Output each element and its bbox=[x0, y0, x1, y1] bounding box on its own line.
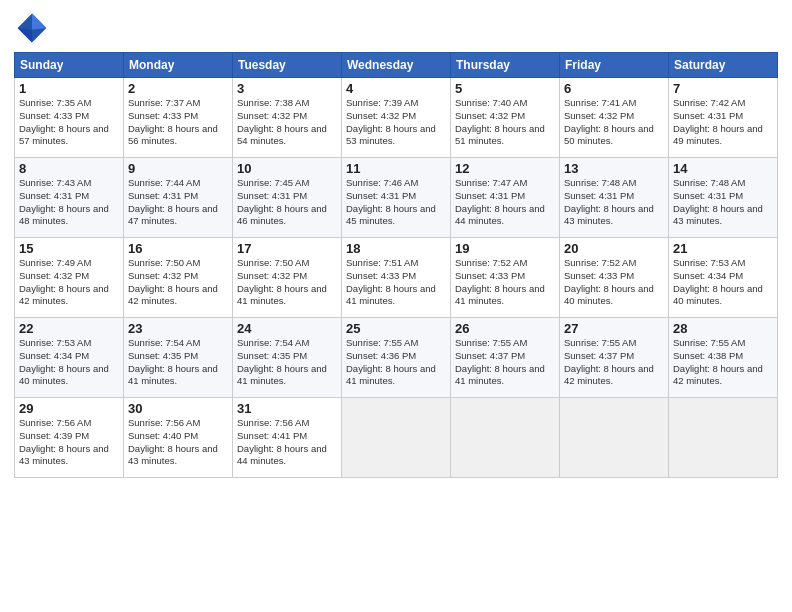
day-detail: Sunrise: 7:50 AM Sunset: 4:32 PM Dayligh… bbox=[237, 257, 337, 308]
calendar-cell: 22 Sunrise: 7:53 AM Sunset: 4:34 PM Dayl… bbox=[15, 318, 124, 398]
calendar-cell: 7 Sunrise: 7:42 AM Sunset: 4:31 PM Dayli… bbox=[669, 78, 778, 158]
calendar-cell: 5 Sunrise: 7:40 AM Sunset: 4:32 PM Dayli… bbox=[451, 78, 560, 158]
calendar-cell: 21 Sunrise: 7:53 AM Sunset: 4:34 PM Dayl… bbox=[669, 238, 778, 318]
day-detail: Sunrise: 7:50 AM Sunset: 4:32 PM Dayligh… bbox=[128, 257, 228, 308]
day-number: 17 bbox=[237, 241, 337, 256]
day-detail: Sunrise: 7:43 AM Sunset: 4:31 PM Dayligh… bbox=[19, 177, 119, 228]
calendar-cell: 15 Sunrise: 7:49 AM Sunset: 4:32 PM Dayl… bbox=[15, 238, 124, 318]
day-number: 3 bbox=[237, 81, 337, 96]
svg-marker-1 bbox=[32, 14, 46, 30]
calendar-cell bbox=[451, 398, 560, 478]
day-detail: Sunrise: 7:56 AM Sunset: 4:39 PM Dayligh… bbox=[19, 417, 119, 468]
calendar-cell: 20 Sunrise: 7:52 AM Sunset: 4:33 PM Dayl… bbox=[560, 238, 669, 318]
calendar-cell: 13 Sunrise: 7:48 AM Sunset: 4:31 PM Dayl… bbox=[560, 158, 669, 238]
day-detail: Sunrise: 7:35 AM Sunset: 4:33 PM Dayligh… bbox=[19, 97, 119, 148]
calendar-cell: 26 Sunrise: 7:55 AM Sunset: 4:37 PM Dayl… bbox=[451, 318, 560, 398]
day-detail: Sunrise: 7:40 AM Sunset: 4:32 PM Dayligh… bbox=[455, 97, 555, 148]
day-number: 1 bbox=[19, 81, 119, 96]
calendar-cell: 14 Sunrise: 7:48 AM Sunset: 4:31 PM Dayl… bbox=[669, 158, 778, 238]
day-detail: Sunrise: 7:48 AM Sunset: 4:31 PM Dayligh… bbox=[564, 177, 664, 228]
calendar-week-row: 8 Sunrise: 7:43 AM Sunset: 4:31 PM Dayli… bbox=[15, 158, 778, 238]
day-number: 4 bbox=[346, 81, 446, 96]
day-number: 16 bbox=[128, 241, 228, 256]
day-detail: Sunrise: 7:55 AM Sunset: 4:37 PM Dayligh… bbox=[455, 337, 555, 388]
calendar-week-row: 22 Sunrise: 7:53 AM Sunset: 4:34 PM Dayl… bbox=[15, 318, 778, 398]
calendar-cell bbox=[560, 398, 669, 478]
calendar-cell: 28 Sunrise: 7:55 AM Sunset: 4:38 PM Dayl… bbox=[669, 318, 778, 398]
logo bbox=[14, 10, 54, 46]
day-detail: Sunrise: 7:51 AM Sunset: 4:33 PM Dayligh… bbox=[346, 257, 446, 308]
calendar-cell: 18 Sunrise: 7:51 AM Sunset: 4:33 PM Dayl… bbox=[342, 238, 451, 318]
calendar-table: SundayMondayTuesdayWednesdayThursdayFrid… bbox=[14, 52, 778, 478]
day-number: 2 bbox=[128, 81, 228, 96]
calendar-cell: 25 Sunrise: 7:55 AM Sunset: 4:36 PM Dayl… bbox=[342, 318, 451, 398]
calendar-cell: 9 Sunrise: 7:44 AM Sunset: 4:31 PM Dayli… bbox=[124, 158, 233, 238]
weekday-header-sunday: Sunday bbox=[15, 53, 124, 78]
calendar-cell bbox=[342, 398, 451, 478]
day-number: 19 bbox=[455, 241, 555, 256]
weekday-header-monday: Monday bbox=[124, 53, 233, 78]
calendar-cell: 31 Sunrise: 7:56 AM Sunset: 4:41 PM Dayl… bbox=[233, 398, 342, 478]
calendar-cell: 10 Sunrise: 7:45 AM Sunset: 4:31 PM Dayl… bbox=[233, 158, 342, 238]
day-number: 8 bbox=[19, 161, 119, 176]
day-number: 27 bbox=[564, 321, 664, 336]
day-number: 13 bbox=[564, 161, 664, 176]
calendar-cell: 23 Sunrise: 7:54 AM Sunset: 4:35 PM Dayl… bbox=[124, 318, 233, 398]
calendar-cell: 2 Sunrise: 7:37 AM Sunset: 4:33 PM Dayli… bbox=[124, 78, 233, 158]
calendar-cell: 11 Sunrise: 7:46 AM Sunset: 4:31 PM Dayl… bbox=[342, 158, 451, 238]
day-detail: Sunrise: 7:45 AM Sunset: 4:31 PM Dayligh… bbox=[237, 177, 337, 228]
day-detail: Sunrise: 7:54 AM Sunset: 4:35 PM Dayligh… bbox=[128, 337, 228, 388]
day-number: 23 bbox=[128, 321, 228, 336]
calendar-week-row: 29 Sunrise: 7:56 AM Sunset: 4:39 PM Dayl… bbox=[15, 398, 778, 478]
svg-marker-2 bbox=[18, 28, 32, 42]
logo-icon bbox=[14, 10, 50, 46]
calendar-cell: 8 Sunrise: 7:43 AM Sunset: 4:31 PM Dayli… bbox=[15, 158, 124, 238]
calendar-cell: 12 Sunrise: 7:47 AM Sunset: 4:31 PM Dayl… bbox=[451, 158, 560, 238]
day-detail: Sunrise: 7:54 AM Sunset: 4:35 PM Dayligh… bbox=[237, 337, 337, 388]
day-detail: Sunrise: 7:52 AM Sunset: 4:33 PM Dayligh… bbox=[564, 257, 664, 308]
day-number: 10 bbox=[237, 161, 337, 176]
day-detail: Sunrise: 7:56 AM Sunset: 4:41 PM Dayligh… bbox=[237, 417, 337, 468]
weekday-header-tuesday: Tuesday bbox=[233, 53, 342, 78]
day-number: 18 bbox=[346, 241, 446, 256]
day-number: 25 bbox=[346, 321, 446, 336]
day-number: 31 bbox=[237, 401, 337, 416]
day-detail: Sunrise: 7:56 AM Sunset: 4:40 PM Dayligh… bbox=[128, 417, 228, 468]
day-number: 14 bbox=[673, 161, 773, 176]
day-number: 30 bbox=[128, 401, 228, 416]
day-detail: Sunrise: 7:55 AM Sunset: 4:37 PM Dayligh… bbox=[564, 337, 664, 388]
calendar-week-row: 15 Sunrise: 7:49 AM Sunset: 4:32 PM Dayl… bbox=[15, 238, 778, 318]
day-number: 28 bbox=[673, 321, 773, 336]
calendar-cell: 27 Sunrise: 7:55 AM Sunset: 4:37 PM Dayl… bbox=[560, 318, 669, 398]
calendar-week-row: 1 Sunrise: 7:35 AM Sunset: 4:33 PM Dayli… bbox=[15, 78, 778, 158]
day-number: 20 bbox=[564, 241, 664, 256]
day-number: 6 bbox=[564, 81, 664, 96]
calendar-page: SundayMondayTuesdayWednesdayThursdayFrid… bbox=[0, 0, 792, 612]
calendar-cell: 6 Sunrise: 7:41 AM Sunset: 4:32 PM Dayli… bbox=[560, 78, 669, 158]
day-detail: Sunrise: 7:55 AM Sunset: 4:36 PM Dayligh… bbox=[346, 337, 446, 388]
day-detail: Sunrise: 7:37 AM Sunset: 4:33 PM Dayligh… bbox=[128, 97, 228, 148]
calendar-cell: 30 Sunrise: 7:56 AM Sunset: 4:40 PM Dayl… bbox=[124, 398, 233, 478]
calendar-cell: 19 Sunrise: 7:52 AM Sunset: 4:33 PM Dayl… bbox=[451, 238, 560, 318]
weekday-header-wednesday: Wednesday bbox=[342, 53, 451, 78]
calendar-cell: 24 Sunrise: 7:54 AM Sunset: 4:35 PM Dayl… bbox=[233, 318, 342, 398]
day-detail: Sunrise: 7:41 AM Sunset: 4:32 PM Dayligh… bbox=[564, 97, 664, 148]
day-number: 9 bbox=[128, 161, 228, 176]
day-number: 24 bbox=[237, 321, 337, 336]
day-detail: Sunrise: 7:53 AM Sunset: 4:34 PM Dayligh… bbox=[19, 337, 119, 388]
day-number: 12 bbox=[455, 161, 555, 176]
day-number: 29 bbox=[19, 401, 119, 416]
day-number: 26 bbox=[455, 321, 555, 336]
weekday-header-row: SundayMondayTuesdayWednesdayThursdayFrid… bbox=[15, 53, 778, 78]
calendar-cell: 16 Sunrise: 7:50 AM Sunset: 4:32 PM Dayl… bbox=[124, 238, 233, 318]
day-number: 7 bbox=[673, 81, 773, 96]
calendar-cell: 1 Sunrise: 7:35 AM Sunset: 4:33 PM Dayli… bbox=[15, 78, 124, 158]
calendar-cell: 3 Sunrise: 7:38 AM Sunset: 4:32 PM Dayli… bbox=[233, 78, 342, 158]
day-number: 5 bbox=[455, 81, 555, 96]
day-detail: Sunrise: 7:38 AM Sunset: 4:32 PM Dayligh… bbox=[237, 97, 337, 148]
calendar-cell bbox=[669, 398, 778, 478]
day-number: 22 bbox=[19, 321, 119, 336]
weekday-header-friday: Friday bbox=[560, 53, 669, 78]
weekday-header-thursday: Thursday bbox=[451, 53, 560, 78]
day-detail: Sunrise: 7:55 AM Sunset: 4:38 PM Dayligh… bbox=[673, 337, 773, 388]
